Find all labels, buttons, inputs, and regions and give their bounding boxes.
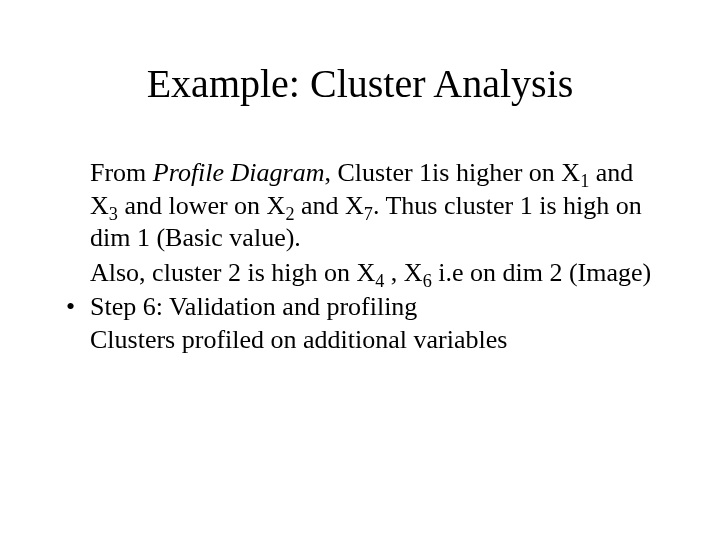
subscript: 7 (364, 204, 373, 224)
text: From (90, 158, 153, 187)
text: Clusters profiled on additional variable… (90, 325, 507, 354)
subscript: 4 (375, 271, 384, 291)
slide: Example: Cluster Analysis From Profile D… (0, 0, 720, 540)
text: and X (294, 191, 363, 220)
text: Also, cluster 2 is high on X (90, 258, 375, 287)
text: , X (384, 258, 422, 287)
paragraph-also: Also, cluster 2 is high on X4 , X6 i.e o… (90, 257, 660, 290)
bullet-step6: • Step 6: Validation and profiling (90, 291, 660, 324)
bullet-icon: • (66, 291, 75, 324)
text: , Cluster 1is higher on X (324, 158, 580, 187)
subscript: 1 (580, 171, 589, 191)
slide-body: From Profile Diagram, Cluster 1is higher… (60, 157, 660, 356)
text: Step 6: Validation and profiling (90, 292, 417, 321)
slide-title: Example: Cluster Analysis (60, 60, 660, 107)
paragraph-profile: From Profile Diagram, Cluster 1is higher… (90, 157, 660, 255)
paragraph-clusters-profiled: Clusters profiled on additional variable… (90, 324, 660, 357)
subscript: 6 (423, 271, 432, 291)
subscript: 3 (109, 204, 118, 224)
text-italic: Profile Diagram (153, 158, 325, 187)
text: i.e on dim 2 (Image) (432, 258, 652, 287)
text: and lower on X (118, 191, 286, 220)
